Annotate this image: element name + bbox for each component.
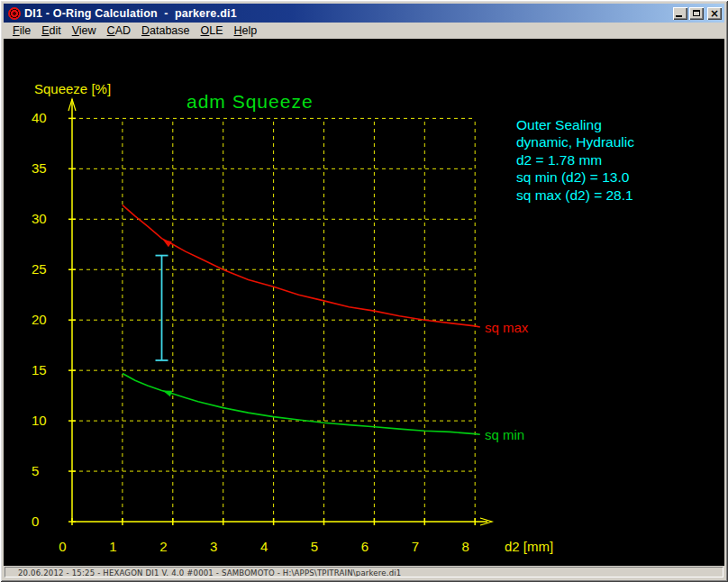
x-tick-label: 0 (59, 539, 66, 554)
annotation-line: sq max (d2) = 28.1 (516, 187, 633, 203)
x-tick-label: 5 (311, 539, 318, 554)
x-tick-label: 8 (462, 539, 469, 554)
close-icon: × (710, 9, 719, 18)
maximize-icon (693, 10, 700, 16)
y-tick-label: 5 (32, 463, 39, 478)
x-tick-label: 7 (412, 539, 419, 554)
y-tick-label: 15 (32, 362, 47, 377)
curve-label-sq-min: sq min (485, 427, 524, 442)
chart-title: adm Squeeze (187, 91, 314, 112)
minimize-button[interactable] (673, 7, 687, 20)
menu-item-database[interactable]: Database (136, 23, 196, 39)
status-bar: 20.06.2012 - 15:25 - HEXAGON DI1 V. 4.0 … (4, 566, 724, 578)
x-tick-label: 6 (361, 539, 369, 554)
app-window: DI1 - O-Ring Calculation - parkere.di1 ×… (0, 0, 728, 582)
y-tick-label: 10 (32, 413, 47, 428)
status-text: 20.06.2012 - 15:25 - HEXAGON DI1 V. 4.0 … (5, 567, 723, 577)
title-bar[interactable]: DI1 - O-Ring Calculation - parkere.di1 × (4, 4, 724, 23)
window-title: DI1 - O-Ring Calculation - parkere.di1 (24, 7, 237, 20)
x-axis-label: d2 [mm] (505, 539, 553, 554)
close-button[interactable]: × (707, 7, 722, 20)
menu-item-cad[interactable]: CAD (102, 23, 136, 39)
y-tick-label: 0 (32, 514, 39, 529)
menu-item-help[interactable]: Help (229, 23, 263, 39)
menu-item-view[interactable]: View (67, 23, 102, 39)
o-ring-app-icon (8, 7, 21, 20)
annotation-line: d2 = 1.78 mm (516, 152, 602, 168)
menu-bar: FileEditViewCADDatabaseOLEHelp (4, 23, 724, 39)
annotation-line: sq min (d2) = 13.0 (516, 169, 630, 185)
y-tick-label: 30 (32, 211, 47, 226)
annotation-line: Outer Sealing (516, 117, 602, 132)
curve-arrow-icon (161, 387, 172, 396)
chart-svg: 0123456780510152025303540Squeeze [%]d2 [… (4, 39, 724, 566)
curve-sq-max (123, 205, 480, 327)
y-tick-label: 25 (32, 261, 47, 277)
annotation-line: dynamic, Hydraulic (516, 134, 634, 150)
x-tick-label: 1 (109, 539, 116, 554)
maximize-button[interactable] (689, 7, 704, 20)
minimize-icon (676, 15, 682, 17)
window-controls: × (671, 7, 722, 20)
y-axis-label: Squeeze [%] (34, 81, 111, 96)
y-tick-label: 40 (32, 110, 47, 125)
menu-item-edit[interactable]: Edit (36, 23, 67, 39)
menu-item-file[interactable]: File (7, 23, 36, 39)
curve-label-sq-max: sq max (485, 320, 529, 335)
curve-sq-min (123, 374, 480, 435)
menu-item-ole[interactable]: OLE (196, 23, 229, 39)
x-tick-label: 2 (159, 539, 167, 554)
chart-area: 0123456780510152025303540Squeeze [%]d2 [… (4, 39, 724, 566)
x-tick-label: 3 (210, 539, 217, 554)
y-tick-label: 20 (32, 312, 47, 327)
x-tick-label: 4 (260, 539, 268, 554)
y-tick-label: 35 (32, 160, 47, 176)
